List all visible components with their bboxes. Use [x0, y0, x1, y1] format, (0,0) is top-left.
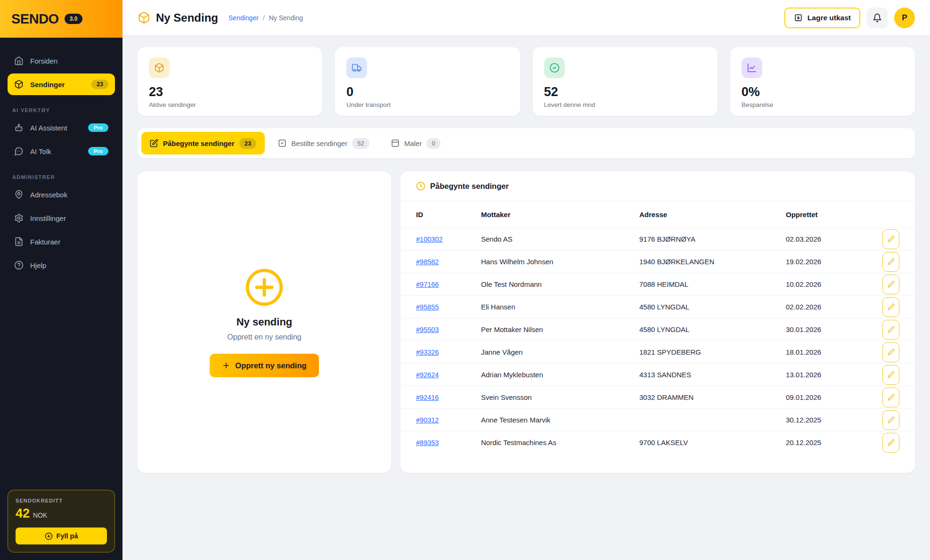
new-shipment-title: Ny sending	[237, 316, 293, 328]
stat-label: Aktive sendinger	[149, 101, 311, 108]
sidebar: SENDO 3.0 Forsiden Sendinger 23 AI VERKT…	[0, 0, 122, 560]
shipment-id-link[interactable]: #93326	[416, 349, 481, 356]
edit-row-button[interactable]	[882, 365, 899, 385]
sidebar-item-fakturaer[interactable]: Fakturaer	[8, 231, 115, 252]
table-row: #97166 Ole Test Nordmann 7088 HEIMDAL 10…	[400, 273, 915, 295]
sidebar-item-label: Fakturaer	[30, 238, 60, 246]
created-cell: 09.01.2026	[786, 393, 879, 401]
pencil-icon	[888, 258, 895, 265]
sidebar-item-hjelp[interactable]: Hjelp	[8, 254, 115, 276]
truck-icon	[351, 63, 362, 73]
tab-bestilte-sendinger[interactable]: Bestilte sendinger 52	[269, 132, 378, 154]
shipment-id-link[interactable]: #92624	[416, 371, 481, 379]
create-shipment-button[interactable]: Opprett ny sending	[210, 354, 318, 377]
template-icon	[391, 139, 400, 147]
created-cell: 10.02.2026	[786, 280, 879, 288]
credit-label: SENDOKREDITT	[16, 498, 107, 503]
created-cell: 18.01.2026	[786, 348, 879, 356]
stats-row: 23 Aktive sendinger 0 Under transport 52…	[138, 47, 915, 116]
tab-pabegynte-sendinger[interactable]: Påbegynte sendinger 23	[141, 132, 265, 154]
shipment-id-link[interactable]: #100302	[416, 235, 481, 243]
edit-row-button[interactable]	[882, 229, 899, 249]
plus-circle-icon	[45, 532, 53, 540]
sidebar-item-label: Innstillinger	[30, 214, 66, 222]
new-shipment-subtitle: Opprett en ny sending	[227, 333, 301, 341]
breadcrumb-separator: /	[263, 14, 265, 22]
pencil-icon	[888, 394, 895, 401]
edit-row-button[interactable]	[882, 275, 899, 294]
table-header-row: ID Mottaker Adresse Opprettet	[400, 201, 915, 227]
created-cell: 02.02.2026	[786, 303, 879, 311]
sidebar-item-label: Sendinger	[30, 81, 65, 89]
package-icon	[14, 80, 24, 89]
tab-maler[interactable]: Maler 0	[383, 132, 449, 154]
sidebar-item-adressebok[interactable]: Adressebok	[8, 184, 115, 205]
recipient-cell: Anne Testesen Marvik	[481, 416, 639, 424]
table-row: #100302 Sendo AS 9176 BJØRNØYA 02.03.202…	[400, 227, 915, 250]
sidebar-item-sendinger[interactable]: Sendinger 23	[8, 73, 115, 95]
address-cell: 9700 LAKSELV	[639, 438, 786, 446]
edit-row-button[interactable]	[882, 320, 899, 340]
save-icon	[794, 13, 803, 22]
stat-value: 0	[346, 85, 508, 99]
pencil-icon	[888, 349, 895, 356]
package-icon	[154, 63, 164, 73]
sidebar-item-forsiden[interactable]: Forsiden	[8, 50, 115, 72]
shipment-id-link[interactable]: #89353	[416, 439, 481, 446]
shipment-id-link[interactable]: #95503	[416, 326, 481, 333]
stat-card-transport: 0 Under transport	[335, 47, 520, 116]
edit-row-button[interactable]	[882, 342, 899, 362]
pencil-icon	[888, 416, 895, 423]
edit-row-button[interactable]	[882, 433, 899, 453]
breadcrumb-link-sendinger[interactable]: Sendinger	[228, 14, 259, 22]
created-cell: 13.01.2026	[786, 371, 879, 379]
chat-bubble-icon	[14, 146, 24, 156]
created-cell: 30.12.2025	[786, 416, 879, 424]
table-row: #92624 Adrian Myklebusten 4313 SANDNES 1…	[400, 363, 915, 386]
pencil-icon	[888, 439, 895, 446]
edit-row-button[interactable]	[882, 297, 899, 317]
edit-row-button[interactable]	[882, 252, 899, 272]
recipient-cell: Janne Vågen	[481, 348, 639, 356]
sidebar-item-label: AI Tolk	[30, 147, 51, 155]
shipment-id-link[interactable]: #95855	[416, 303, 481, 311]
shipment-id-link[interactable]: #92416	[416, 394, 481, 401]
edit-row-button[interactable]	[882, 388, 899, 407]
table-row: #92416 Svein Svensson 3032 DRAMMEN 09.01…	[400, 386, 915, 408]
map-pin-icon	[14, 190, 24, 199]
create-shipment-label: Opprett ny sending	[235, 361, 306, 370]
sidebar-item-label: AI Assistent	[30, 124, 67, 132]
sidebar-item-ai-tolk[interactable]: AI Tolk Pro	[8, 140, 115, 162]
sidebar-item-ai-assistent[interactable]: AI Assistent Pro	[8, 117, 115, 138]
pencil-icon	[888, 303, 895, 310]
help-circle-icon	[14, 260, 24, 270]
stat-card-active: 23 Aktive sendinger	[138, 47, 322, 116]
brand-logo: SENDO 3.0	[0, 0, 122, 38]
credit-card: SENDOKREDITT 42 NOK Fyll på	[8, 490, 115, 552]
shipment-id-link[interactable]: #98582	[416, 258, 481, 266]
main-area: Ny Sending Sendinger / Ny Sending Lagre …	[122, 0, 930, 560]
avatar[interactable]: P	[894, 8, 915, 28]
address-cell: 1940 BJØRKELANGEN	[639, 258, 786, 266]
sidebar-item-label: Adressebok	[30, 191, 67, 199]
brand-name: SENDO	[11, 11, 59, 27]
top-up-button[interactable]: Fyll på	[16, 528, 107, 544]
shipment-id-link[interactable]: #90312	[416, 416, 481, 424]
stat-label: Levert denne mnd	[544, 101, 706, 108]
edit-row-button[interactable]	[882, 410, 899, 430]
pro-badge: Pro	[88, 123, 108, 132]
version-badge: 3.0	[65, 14, 83, 24]
table-row: #89353 Nordic Testmachines As 9700 LAKSE…	[400, 431, 915, 454]
pro-badge: Pro	[88, 147, 108, 155]
save-draft-button[interactable]: Lagre utkast	[784, 8, 860, 28]
column-header-mottaker: Mottaker	[481, 211, 639, 219]
sidebar-section-admin: ADMINISTRER	[12, 174, 122, 180]
recipient-cell: Sendo AS	[481, 235, 639, 243]
edit-square-icon	[150, 139, 158, 147]
sidebar-item-innstillinger[interactable]: Innstillinger	[8, 207, 115, 229]
package-icon	[138, 11, 150, 24]
notifications-button[interactable]	[867, 8, 888, 28]
address-cell: 9176 BJØRNØYA	[639, 235, 786, 243]
shipment-id-link[interactable]: #97166	[416, 281, 481, 288]
tabs-bar: Påbegynte sendinger 23 Bestilte sendinge…	[138, 128, 915, 158]
